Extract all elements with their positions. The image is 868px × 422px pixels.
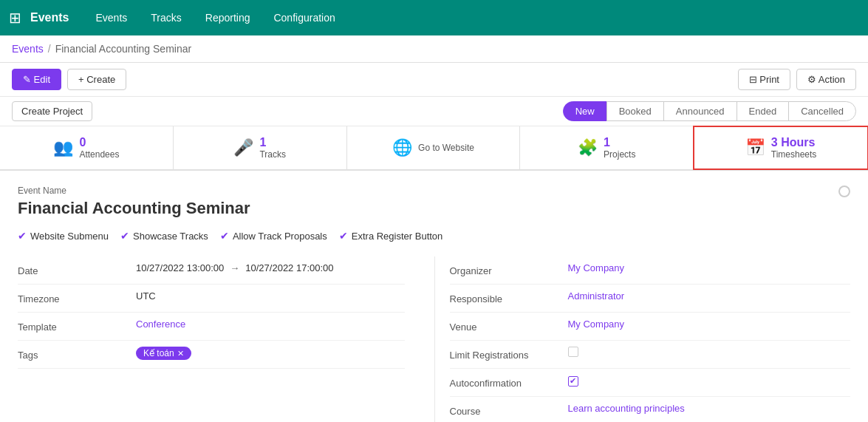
stat-projects[interactable]: 🧩 1 Projects: [520, 126, 694, 169]
tracks-label: Tracks: [259, 149, 286, 160]
tag-close-icon[interactable]: ✕: [177, 349, 184, 358]
projects-label: Projects: [604, 149, 635, 160]
organizer-value[interactable]: My Company: [568, 262, 851, 273]
form-left-column: Date 10/27/2022 13:00:00 → 10/27/2022 17…: [18, 256, 434, 422]
nav-item-reporting[interactable]: Reporting: [197, 6, 259, 30]
tag-label: Kế toán: [143, 348, 174, 358]
app-icon: ⊞: [9, 9, 21, 27]
autoconfirmation-checkbox[interactable]: ✔: [568, 376, 578, 387]
website-icon: 🌐: [392, 138, 412, 157]
feature-checkboxes: ✔ Website Submenu ✔ Showcase Tracks ✔ Al…: [18, 230, 850, 242]
field-date: Date 10/27/2022 13:00:00 → 10/27/2022 17…: [18, 256, 405, 285]
app-title: Events: [30, 11, 69, 24]
limit-registrations-label: Limit Registrations: [450, 347, 568, 361]
field-timezone: Timezone UTC: [18, 285, 405, 313]
stat-website[interactable]: 🌐 Go to Website: [347, 126, 521, 169]
course-label: Course: [450, 403, 568, 417]
attendees-icon: 👥: [53, 138, 73, 157]
field-organizer: Organizer My Company: [450, 256, 851, 285]
timezone-label: Timezone: [18, 290, 136, 304]
projects-count: 1: [604, 136, 635, 149]
create-button[interactable]: + Create: [67, 69, 126, 90]
responsible-value[interactable]: Administrator: [568, 290, 851, 302]
event-name-label: Event Name: [18, 186, 838, 196]
field-tags: Tags Kế toán ✕: [18, 341, 405, 369]
tags-label: Tags: [18, 347, 136, 361]
attendees-count: 0: [79, 136, 119, 149]
date-start: 10/27/2022 13:00:00: [136, 262, 224, 273]
event-form: Event Name Financial Accounting Seminar …: [0, 171, 868, 422]
nav-item-events[interactable]: Events: [86, 6, 136, 30]
venue-value[interactable]: My Company: [568, 319, 851, 330]
date-value[interactable]: 10/27/2022 13:00:00 → 10/27/2022 17:00:0…: [136, 262, 405, 273]
tracks-count: 1: [259, 136, 286, 149]
breadcrumb-current: Financial Accounting Seminar: [55, 43, 191, 55]
field-responsible: Responsible Administrator: [450, 285, 851, 313]
organizer-label: Organizer: [450, 262, 568, 276]
checkbox-allow-track-proposals[interactable]: ✔ Allow Track Proposals: [220, 230, 327, 242]
stage-announced[interactable]: Announced: [663, 101, 737, 121]
field-limit-registrations: Limit Registrations: [450, 341, 851, 369]
breadcrumb-parent[interactable]: Events: [12, 43, 44, 55]
stage-cancelled[interactable]: Cancelled: [788, 101, 856, 121]
status-indicator: [838, 186, 850, 197]
template-value[interactable]: Conference: [136, 319, 405, 330]
edit-button[interactable]: ✎ Edit: [12, 69, 61, 90]
stat-tracks[interactable]: 🎤 1 Tracks: [174, 126, 347, 169]
limit-registrations-value[interactable]: [568, 347, 851, 359]
top-navigation: ⊞ Events Events Tracks Reporting Configu…: [0, 0, 868, 35]
autoconfirmation-value[interactable]: ✔: [568, 375, 851, 387]
course-link[interactable]: Learn accounting principles: [568, 403, 685, 414]
form-right-column: Organizer My Company Responsible Adminis…: [434, 256, 851, 422]
tag-ke-toan[interactable]: Kế toán ✕: [136, 347, 191, 360]
stage-ended[interactable]: Ended: [737, 101, 790, 121]
organizer-link[interactable]: My Company: [568, 262, 625, 273]
stage-booked[interactable]: Booked: [606, 101, 664, 121]
breadcrumb-separator: /: [48, 43, 51, 55]
checkbox-extra-register-button[interactable]: ✔ Extra Register Button: [339, 230, 443, 242]
status-bar: Create Project New Booked Announced Ende…: [0, 97, 868, 126]
stat-attendees[interactable]: 👥 0 Attendees: [0, 126, 174, 169]
projects-icon: 🧩: [578, 138, 598, 157]
responsible-label: Responsible: [450, 290, 568, 304]
create-project-button[interactable]: Create Project: [12, 101, 92, 121]
stats-bar: 👥 0 Attendees 🎤 1 Tracks 🌐 Go to Website…: [0, 126, 868, 171]
course-value[interactable]: Learn accounting principles: [568, 403, 851, 414]
date-end: 10/27/2022 17:00:00: [245, 262, 333, 273]
template-label: Template: [18, 319, 136, 333]
stage-pipeline: New Booked Announced Ended Cancelled: [564, 101, 856, 121]
field-template: Template Conference: [18, 313, 405, 341]
autoconfirmation-label: Autoconfirmation: [450, 375, 568, 389]
date-arrow-icon: →: [230, 262, 239, 273]
tracks-icon: 🎤: [233, 138, 253, 157]
limit-registrations-checkbox[interactable]: [568, 347, 578, 357]
timesheets-count: 3 Hours: [771, 136, 817, 149]
breadcrumb: Events / Financial Accounting Seminar: [0, 35, 868, 63]
nav-item-configuration[interactable]: Configuration: [264, 6, 344, 30]
form-fields: Date 10/27/2022 13:00:00 → 10/27/2022 17…: [18, 256, 850, 422]
venue-label: Venue: [450, 319, 568, 333]
timesheets-icon: 📅: [745, 138, 765, 157]
nav-item-tracks[interactable]: Tracks: [142, 6, 190, 30]
event-title: Financial Accounting Seminar: [18, 199, 838, 218]
stat-timesheets[interactable]: 📅 3 Hours Timesheets: [693, 126, 868, 170]
date-label: Date: [18, 262, 136, 276]
template-link[interactable]: Conference: [136, 319, 185, 330]
tags-value[interactable]: Kế toán ✕: [136, 347, 405, 360]
field-course: Course Learn accounting principles: [450, 397, 851, 422]
print-button[interactable]: ⊟ Print: [738, 69, 790, 90]
field-autoconfirmation: Autoconfirmation ✔: [450, 369, 851, 397]
venue-link[interactable]: My Company: [568, 319, 625, 330]
action-button[interactable]: ⚙ Action: [796, 69, 856, 90]
timesheets-label: Timesheets: [771, 149, 817, 160]
timezone-value[interactable]: UTC: [136, 290, 405, 302]
stage-new[interactable]: New: [563, 101, 607, 121]
website-label: Go to Website: [418, 143, 474, 153]
attendees-label: Attendees: [79, 149, 119, 160]
toolbar: ✎ Edit + Create ⊟ Print ⚙ Action: [0, 63, 868, 97]
field-venue: Venue My Company: [450, 313, 851, 341]
checkbox-website-submenu[interactable]: ✔ Website Submenu: [18, 230, 109, 242]
checkbox-showcase-tracks[interactable]: ✔ Showcase Tracks: [120, 230, 208, 242]
responsible-link[interactable]: Administrator: [568, 290, 625, 302]
